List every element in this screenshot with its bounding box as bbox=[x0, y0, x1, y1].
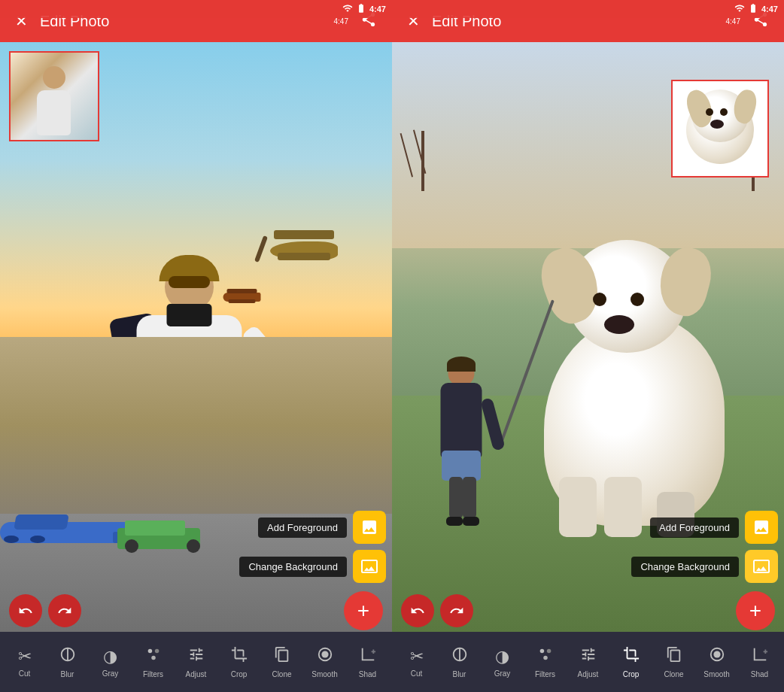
left-change-bg-button[interactable] bbox=[353, 550, 386, 583]
svg-point-2 bbox=[151, 655, 156, 660]
right-shadow-icon bbox=[752, 646, 768, 667]
right-add-foreground-button[interactable] bbox=[745, 511, 778, 544]
right-change-bg-button[interactable] bbox=[745, 550, 778, 583]
right-add-button[interactable]: + bbox=[736, 591, 775, 630]
right-toolbar-filters[interactable]: Filters bbox=[526, 646, 565, 678]
tree-left bbox=[412, 131, 434, 191]
gray-icon: ◑ bbox=[103, 647, 117, 666]
right-floating-buttons: Add Foreground Change Background bbox=[631, 511, 784, 583]
right-change-bg-label: Change Background bbox=[631, 557, 739, 577]
right-change-bg-row: Change Background bbox=[631, 550, 778, 583]
right-add-foreground-label: Add Foreground bbox=[650, 517, 739, 538]
clone-icon bbox=[274, 646, 290, 667]
right-clone-icon bbox=[666, 646, 682, 667]
left-toolbar-smooth[interactable]: Smooth bbox=[305, 646, 345, 678]
left-add-foreground-label: Add Foreground bbox=[258, 517, 347, 538]
adjust-icon bbox=[188, 646, 205, 667]
shadow-icon bbox=[360, 646, 376, 667]
left-add-foreground-button[interactable] bbox=[353, 511, 386, 544]
svg-point-0 bbox=[147, 648, 152, 653]
right-toolbar-clone[interactable]: Clone bbox=[655, 646, 694, 678]
left-add-foreground-row: Add Foreground bbox=[258, 511, 386, 544]
left-toolbar-crop[interactable]: Crop bbox=[220, 646, 259, 678]
left-change-bg-row: Change Background bbox=[239, 550, 386, 583]
blur-icon bbox=[59, 646, 76, 667]
right-adjust-icon bbox=[580, 646, 597, 667]
right-gray-icon: ◑ bbox=[495, 647, 509, 666]
left-add-button[interactable]: + bbox=[344, 591, 383, 630]
left-thumbnail[interactable] bbox=[9, 51, 99, 141]
left-panel: ✕ Edit Photo 4:47 4:47 bbox=[0, 0, 392, 692]
left-undo-button[interactable] bbox=[9, 594, 42, 627]
ground-vehicle bbox=[117, 523, 208, 549]
left-time-status: 4:47 bbox=[369, 5, 386, 14]
right-toolbar-shadow[interactable]: Shad bbox=[740, 646, 779, 678]
right-thumbnail[interactable] bbox=[671, 80, 769, 178]
right-toolbar-smooth[interactable]: Smooth bbox=[697, 646, 737, 678]
filters-icon bbox=[145, 646, 162, 667]
right-time: 4:47 bbox=[726, 17, 740, 26]
toy-biplane bbox=[223, 285, 268, 308]
biplane-icon bbox=[255, 219, 353, 279]
right-redo-button[interactable] bbox=[440, 594, 473, 627]
left-battery-icon bbox=[355, 3, 367, 15]
right-signal-icon bbox=[734, 3, 745, 15]
right-bottom-toolbar: ✂ Cut Blur ◑ Gray Filters Adjust bbox=[392, 632, 784, 692]
left-toolbar-gray[interactable]: ◑ Gray bbox=[91, 647, 130, 678]
right-action-bar: + bbox=[392, 590, 784, 632]
right-time-status: 4:47 bbox=[761, 5, 778, 14]
right-toolbar-blur[interactable]: Blur bbox=[440, 646, 479, 678]
left-toolbar-cut[interactable]: ✂ Cut bbox=[5, 647, 44, 678]
left-signal-icon bbox=[342, 3, 353, 15]
right-battery-icon bbox=[747, 3, 759, 15]
child-foreground bbox=[117, 263, 260, 526]
right-crop-icon bbox=[623, 646, 640, 667]
svg-point-5 bbox=[539, 648, 544, 653]
svg-point-4 bbox=[321, 651, 328, 657]
right-toolbar-cut[interactable]: ✂ Cut bbox=[397, 647, 436, 678]
cut-icon: ✂ bbox=[18, 647, 32, 666]
left-status-bar: 4:47 bbox=[0, 0, 392, 18]
left-change-bg-label: Change Background bbox=[239, 557, 347, 577]
left-toolbar-adjust[interactable]: Adjust bbox=[177, 646, 216, 678]
big-dog-figure bbox=[529, 225, 732, 526]
left-toolbar-filters[interactable]: Filters bbox=[134, 646, 173, 678]
svg-point-9 bbox=[713, 651, 720, 657]
right-filters-icon bbox=[537, 646, 554, 667]
right-smooth-icon bbox=[709, 646, 725, 667]
right-toolbar-crop[interactable]: Crop bbox=[612, 646, 651, 678]
crop-icon bbox=[231, 646, 248, 667]
right-panel: ✕ Edit Photo 4:47 4:47 bbox=[392, 0, 784, 692]
right-undo-button[interactable] bbox=[401, 594, 434, 627]
left-action-bar: + bbox=[0, 590, 392, 632]
right-blur-icon bbox=[451, 646, 468, 667]
right-add-foreground-row: Add Foreground bbox=[650, 511, 778, 544]
left-floating-buttons: Add Foreground Change Background bbox=[239, 511, 392, 583]
smooth-icon bbox=[317, 646, 333, 667]
person-with-leash bbox=[431, 360, 491, 526]
svg-point-1 bbox=[154, 648, 159, 653]
right-cut-icon: ✂ bbox=[410, 647, 424, 666]
svg-point-6 bbox=[546, 648, 551, 653]
right-toolbar-adjust[interactable]: Adjust bbox=[569, 646, 608, 678]
left-toolbar-shadow[interactable]: Shad bbox=[348, 646, 387, 678]
left-toolbar-clone[interactable]: Clone bbox=[263, 646, 302, 678]
left-bottom-toolbar: ✂ Cut Blur ◑ Gray Filters Adjust bbox=[0, 632, 392, 692]
left-time: 4:47 bbox=[334, 17, 348, 26]
right-toolbar-gray[interactable]: ◑ Gray bbox=[483, 647, 522, 678]
left-redo-button[interactable] bbox=[48, 594, 81, 627]
left-toolbar-blur[interactable]: Blur bbox=[48, 646, 87, 678]
right-status-bar: 4:47 bbox=[392, 0, 784, 18]
svg-point-7 bbox=[543, 655, 548, 660]
